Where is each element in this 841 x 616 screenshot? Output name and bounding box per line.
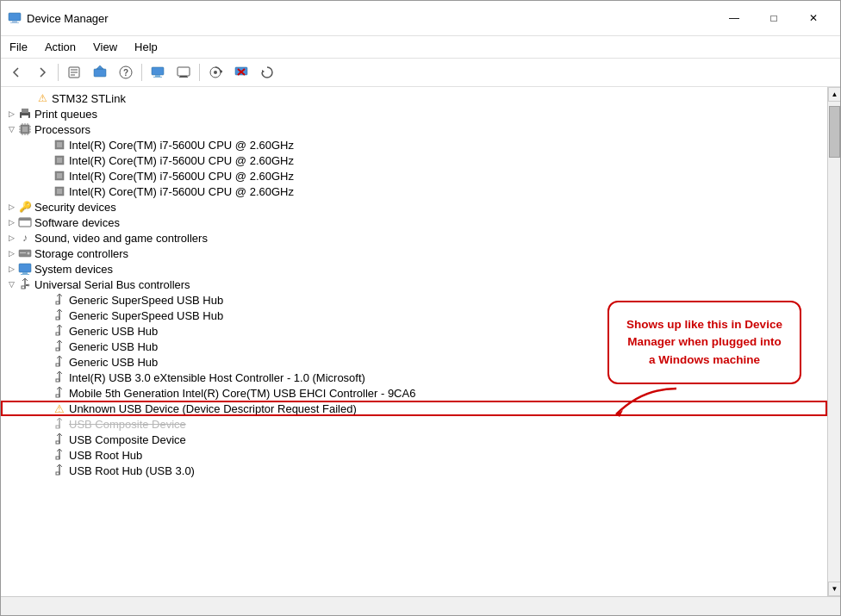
minimize-button[interactable]: — — [714, 6, 754, 30]
tree-item-stm32[interactable]: ⚠ STM32 STLink — [1, 90, 827, 106]
usb-child-icon-7 — [53, 386, 66, 400]
tree-item-usb-root2[interactable]: USB Root Hub (USB 3.0) — [1, 463, 827, 478]
tree-item-security[interactable]: ▷ 🔑 Security devices — [1, 199, 827, 215]
tree-label-intel-usb3: Intel(R) USB 3.0 eXtensible Host Control… — [69, 371, 365, 384]
menu-file[interactable]: File — [1, 38, 36, 56]
system-icon — [18, 262, 32, 276]
scan-button[interactable] — [203, 61, 227, 84]
expand-sound[interactable]: ▷ — [4, 231, 18, 245]
update-driver-button[interactable] — [88, 61, 112, 84]
svg-marker-23 — [262, 70, 265, 73]
tree-item-software[interactable]: ▷ Software devices — [1, 215, 827, 230]
expand-usb[interactable]: ▽ — [4, 277, 18, 291]
svg-rect-16 — [179, 77, 188, 78]
callout-text: Shows up like this in Device Manager whe… — [626, 318, 782, 366]
tree-label-cpu3: Intel(R) Core(TM) i7-5600U CPU @ 2.60GHz — [69, 170, 294, 183]
key-icon: 🔑 — [18, 200, 32, 214]
tree-item-system[interactable]: ▷ System devices — [1, 261, 827, 277]
scroll-thumb[interactable] — [829, 106, 840, 158]
chip-icon-2 — [53, 153, 66, 167]
usb-child-icon-1 — [53, 293, 66, 307]
svg-point-52 — [28, 252, 30, 255]
tree-item-usb[interactable]: ▽ Universal Serial Bus controllers — [1, 277, 827, 292]
svg-rect-1 — [12, 21, 17, 22]
usb-child-icon-8 — [53, 417, 66, 431]
forward-button[interactable] — [30, 61, 54, 84]
tree-label-cpu4: Intel(R) Core(TM) i7-5600U CPU @ 2.60GHz — [69, 185, 294, 198]
svg-marker-8 — [97, 65, 103, 69]
svg-rect-13 — [153, 77, 162, 78]
tree-label-usb-composite2: USB Composite Device — [69, 433, 186, 446]
menu-help[interactable]: Help — [126, 38, 166, 56]
sound-icon: ♪ — [18, 231, 32, 245]
help-button[interactable]: ? — [114, 61, 138, 84]
scroll-up-button[interactable]: ▲ — [828, 87, 840, 102]
expand-storage[interactable]: ▷ — [4, 246, 18, 260]
tree-item-cpu1[interactable]: Intel(R) Core(TM) i7-5600U CPU @ 2.60GHz — [1, 137, 827, 152]
menu-view[interactable]: View — [84, 38, 126, 56]
tree-label-cpu1: Intel(R) Core(TM) i7-5600U CPU @ 2.60GHz — [69, 139, 294, 152]
tree-label-storage: Storage controllers — [34, 247, 128, 260]
back-button[interactable] — [4, 61, 28, 84]
usb-child-icon-5 — [53, 355, 66, 369]
usb-child-icon-10 — [53, 448, 66, 462]
tree-item-cpu4[interactable]: Intel(R) Core(TM) i7-5600U CPU @ 2.60GHz — [1, 184, 827, 199]
status-bar — [1, 596, 840, 615]
maximize-button[interactable]: □ — [754, 6, 794, 30]
tree-item-cpu3[interactable]: Intel(R) Core(TM) i7-5600U CPU @ 2.60GHz — [1, 168, 827, 184]
expand-security[interactable]: ▷ — [4, 200, 18, 214]
tree-item-cpu2[interactable]: Intel(R) Core(TM) i7-5600U CPU @ 2.60GHz — [1, 152, 827, 168]
tree-item-sound[interactable]: ▷ ♪ Sound, video and game controllers — [1, 230, 827, 246]
usb-child-icon-9 — [53, 432, 66, 446]
chip-icon-1 — [53, 138, 66, 152]
usb-child-icon-2 — [53, 308, 66, 322]
tree-label-unknown-usb: Unknown USB Device (Device Descriptor Re… — [69, 402, 357, 415]
device-manager-window: Device Manager — □ ✕ File Action View He… — [0, 0, 841, 616]
tree-label-system: System devices — [34, 263, 113, 276]
usb-child-icon-3 — [53, 324, 66, 338]
tree-label-software: Software devices — [34, 216, 120, 229]
tree-item-usb-root1[interactable]: USB Root Hub — [1, 447, 827, 463]
uninstall-button[interactable] — [229, 61, 253, 84]
callout-bubble: Shows up like this in Device Manager whe… — [607, 301, 801, 384]
device-manager-button[interactable] — [146, 61, 170, 84]
tree-label-usb-hub5: Generic USB Hub — [69, 356, 158, 369]
tree-label-print: Print queues — [34, 108, 97, 121]
scrollbar[interactable]: ▲ ▼ — [827, 87, 840, 596]
scroll-track[interactable] — [828, 102, 840, 582]
tree-label-usb: Universal Serial Bus controllers — [34, 278, 190, 291]
content-area: ⚠ STM32 STLink ▷ Print queues ▽ — [1, 87, 840, 596]
callout-container: Shows up like this in Device Manager whe… — [607, 301, 801, 419]
properties-button[interactable] — [62, 61, 86, 84]
svg-rect-0 — [9, 13, 21, 21]
svg-rect-44 — [57, 158, 62, 163]
toolbar-separator-2 — [141, 64, 142, 81]
expand-processors[interactable]: ▽ — [4, 122, 18, 136]
tree-label-usb-composite1: USB Composite Device — [69, 418, 186, 431]
tree-label-mobile-usb: Mobile 5th Generation Intel(R) Core(TM) … — [69, 387, 415, 400]
tree-item-usb-composite2[interactable]: USB Composite Device — [1, 432, 827, 447]
svg-rect-12 — [155, 75, 160, 77]
expand-software[interactable]: ▷ — [4, 215, 18, 229]
tree-label-usb-hub3: Generic USB Hub — [69, 325, 158, 338]
toolbar-separator-3 — [199, 64, 200, 81]
display-button[interactable] — [171, 61, 196, 84]
tree-item-storage[interactable]: ▷ Storage controllers — [1, 246, 827, 261]
usb-icon — [18, 277, 32, 291]
expand-system[interactable]: ▷ — [4, 262, 18, 276]
software-icon — [18, 215, 32, 229]
chip-icon-3 — [53, 169, 66, 183]
svg-rect-14 — [178, 67, 190, 76]
scroll-down-button[interactable]: ▼ — [828, 582, 840, 596]
tree-item-print-queues[interactable]: ▷ Print queues — [1, 106, 827, 121]
svg-rect-11 — [152, 67, 164, 75]
tree-item-processors[interactable]: ▽ — [1, 121, 827, 137]
tree-panel[interactable]: ⚠ STM32 STLink ▷ Print queues ▽ — [1, 87, 827, 596]
menu-action[interactable]: Action — [36, 38, 84, 56]
update-button[interactable] — [255, 61, 279, 84]
expand-print[interactable]: ▷ — [4, 107, 18, 121]
close-button[interactable]: ✕ — [794, 6, 833, 30]
tree-label-usb-root2: USB Root Hub (USB 3.0) — [69, 464, 195, 477]
tree-label-security: Security devices — [34, 201, 116, 214]
tree-label-usb-hub4: Generic USB Hub — [69, 340, 158, 353]
